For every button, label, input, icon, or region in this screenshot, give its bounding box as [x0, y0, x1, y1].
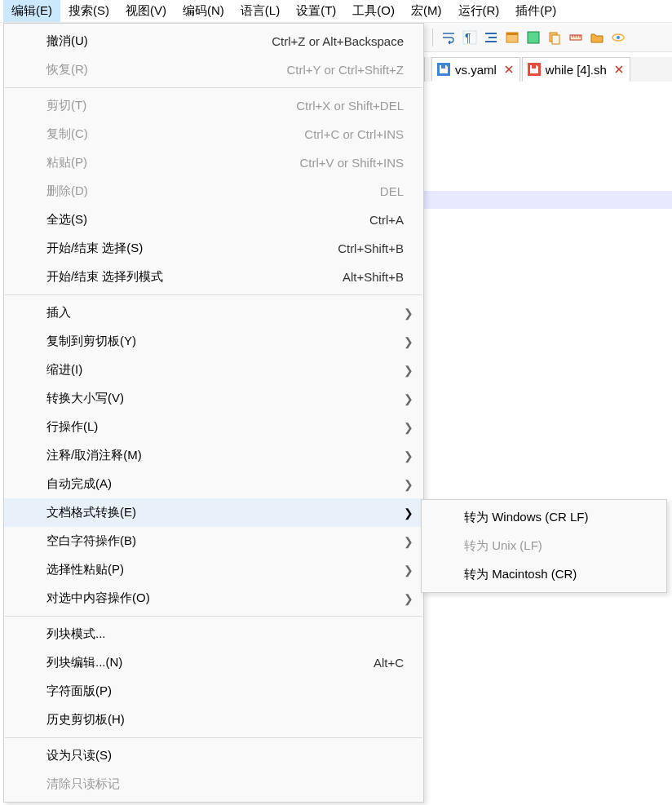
menu-macro[interactable]: 宏(M) [403, 0, 450, 22]
chevron-right-icon: ❯ [404, 449, 413, 462]
svg-rect-7 [528, 32, 539, 43]
menu-char-panel[interactable]: 字符面版(P) [4, 677, 423, 705]
chevron-right-icon: ❯ [404, 364, 413, 377]
editor-current-line [424, 191, 672, 209]
svg-rect-4 [485, 41, 497, 42]
chevron-right-icon: ❯ [404, 335, 413, 348]
tab-separator [424, 57, 425, 82]
menu-edit[interactable]: 编辑(E) [3, 0, 60, 22]
tab-label: while [4].sh [546, 63, 607, 77]
svg-rect-15 [441, 65, 445, 69]
saved-file-icon [437, 63, 450, 76]
menu-line-ops[interactable]: 行操作(L) ❯ [4, 413, 423, 441]
menu-select-all[interactable]: 全选(S)Ctrl+A [4, 206, 423, 234]
menu-run[interactable]: 运行(R) [450, 0, 508, 22]
menu-cut: 剪切(T)Ctrl+X or Shift+DEL [4, 91, 423, 120]
toolbar: ¶ [424, 23, 672, 52]
close-icon[interactable] [505, 63, 513, 76]
chevron-right-icon: ❯ [404, 506, 413, 520]
menu-copy-to-clipboard[interactable]: 复制到剪切板(Y) ❯ [4, 327, 423, 356]
tabstrip: vs.yaml while [4].sh [424, 57, 672, 82]
svg-rect-6 [506, 33, 518, 35]
menu-eol-conversion[interactable]: 文档格式转换(E) ❯ [4, 498, 423, 527]
chevron-right-icon: ❯ [404, 392, 413, 405]
convert-to-mac[interactable]: 转为 Macintosh (CR) [422, 560, 666, 589]
toolbar-word-wrap-icon[interactable] [440, 29, 458, 46]
chevron-right-icon: ❯ [404, 535, 413, 548]
menu-plugins[interactable]: 插件(P) [507, 0, 564, 22]
toolbar-folder-icon[interactable] [588, 29, 606, 46]
menu-copy: 复制(C)Ctrl+C or Ctrl+INS [4, 120, 423, 148]
menu-blank-ops[interactable]: 空白字符操作(B) ❯ [4, 527, 423, 555]
svg-rect-17 [532, 65, 536, 69]
tab-label: vs.yaml [455, 63, 497, 77]
menu-separator [5, 294, 422, 295]
menu-paste: 粘贴(P)Ctrl+V or Shift+INS [4, 148, 423, 177]
convert-to-unix: 转为 Unix (LF) [422, 532, 666, 560]
menu-undo[interactable]: 撤消(U) Ctrl+Z or Alt+Backspace [4, 27, 423, 55]
menu-insert[interactable]: 插入 ❯ [4, 299, 423, 327]
menubar: 编辑(E) 搜索(S) 视图(V) 编码(N) 语言(L) 设置(T) 工具(O… [0, 0, 672, 23]
chevron-right-icon: ❯ [404, 592, 413, 605]
menu-autocomplete[interactable]: 自动完成(A) ❯ [4, 470, 423, 498]
menu-column-editor[interactable]: 列块编辑...(N)Alt+C [4, 648, 423, 677]
tab-vs-yaml[interactable]: vs.yaml [431, 57, 520, 82]
menu-redo: 恢复(R) Ctrl+Y or Ctrl+Shift+Z [4, 55, 423, 84]
menu-clipboard-history[interactable]: 历史剪切板(H) [4, 705, 423, 734]
chevron-right-icon: ❯ [404, 478, 413, 491]
menu-search[interactable]: 搜索(S) [60, 0, 117, 22]
menu-begin-end-select[interactable]: 开始/结束 选择(S)Ctrl+Shift+B [4, 234, 423, 263]
chevron-right-icon: ❯ [404, 421, 413, 434]
menu-begin-end-select-column[interactable]: 开始/结束 选择列模式Alt+Shift+B [4, 263, 423, 291]
menu-separator [5, 616, 422, 617]
menu-set-readonly[interactable]: 设为只读(S) [4, 741, 423, 770]
eol-conversion-submenu: 转为 Windows (CR LF) 转为 Unix (LF) 转为 Macin… [421, 499, 667, 593]
toolbar-copy-icon[interactable] [546, 29, 564, 46]
menu-language[interactable]: 语言(L) [232, 0, 288, 22]
menu-selection-ops[interactable]: 对选中内容操作(O) ❯ [4, 584, 423, 613]
toolbar-pilcrow-icon[interactable]: ¶ [461, 29, 479, 46]
menu-clear-readonly: 清除只读标记 [4, 770, 423, 798]
menu-comment-toggle[interactable]: 注释/取消注释(M) ❯ [4, 441, 423, 470]
menu-tools[interactable]: 工具(O) [344, 0, 403, 22]
menu-encoding[interactable]: 编码(N) [175, 0, 232, 22]
svg-rect-3 [489, 37, 497, 38]
svg-rect-2 [485, 33, 497, 34]
toolbar-indent-guide-icon[interactable] [482, 29, 500, 46]
close-icon[interactable] [615, 63, 623, 76]
toolbar-ruler-icon[interactable] [567, 29, 585, 46]
edit-menu-dropdown: 撤消(U) Ctrl+Z or Alt+Backspace 恢复(R) Ctrl… [3, 23, 424, 803]
convert-to-windows[interactable]: 转为 Windows (CR LF) [422, 503, 666, 532]
menu-separator [5, 737, 422, 738]
menu-settings[interactable]: 设置(T) [288, 0, 344, 22]
svg-point-13 [617, 36, 620, 39]
menu-column-mode[interactable]: 列块模式... [4, 620, 423, 648]
menu-indent[interactable]: 缩进(I) ❯ [4, 356, 423, 384]
tab-while-sh[interactable]: while [4].sh [522, 57, 630, 82]
menu-separator [5, 87, 422, 88]
toolbar-fill-icon[interactable] [524, 29, 542, 46]
chevron-right-icon: ❯ [404, 307, 413, 320]
unsaved-file-icon [528, 63, 541, 76]
menu-convert-case[interactable]: 转换大小写(V) ❯ [4, 384, 423, 413]
toolbar-window-icon[interactable] [503, 29, 521, 46]
svg-text:¶: ¶ [465, 31, 471, 44]
svg-rect-10 [552, 35, 559, 44]
menu-paste-special[interactable]: 选择性粘贴(P) ❯ [4, 555, 423, 584]
menu-delete: 删除(D)DEL [4, 177, 423, 206]
toolbar-separator [432, 29, 433, 46]
toolbar-eye-icon[interactable] [609, 29, 627, 46]
menu-view[interactable]: 视图(V) [117, 0, 175, 22]
chevron-right-icon: ❯ [404, 564, 413, 577]
